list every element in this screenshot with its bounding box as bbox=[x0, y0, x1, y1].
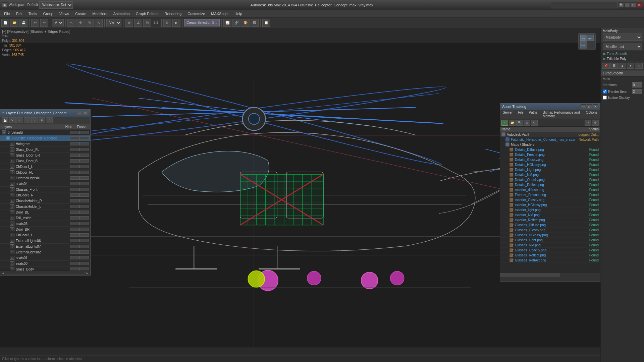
asset-close-btn[interactable]: ✕ bbox=[593, 104, 598, 109]
menu-help[interactable]: Help bbox=[232, 11, 245, 16]
menu-views[interactable]: Views bbox=[57, 11, 72, 16]
view-dropdown[interactable]: View bbox=[106, 19, 121, 26]
layer-row[interactable]: ⬡Chassis_Front bbox=[0, 187, 90, 192]
menu-animation[interactable]: Animation bbox=[111, 11, 132, 16]
menu-create[interactable]: Create bbox=[72, 11, 89, 16]
selection-filter[interactable]: All bbox=[52, 19, 64, 26]
asset-row[interactable]: Glasses_Reflect.pngFound bbox=[500, 253, 600, 258]
asset-menu-file[interactable]: File bbox=[515, 110, 526, 119]
asset-row[interactable]: exterior_light.pngFound bbox=[500, 207, 600, 213]
layer-row[interactable]: ⬡ChDoor1_L bbox=[0, 164, 90, 170]
asset-row[interactable]: exterior_Reflect.pngFound bbox=[500, 218, 600, 223]
tb-scale[interactable]: ⤡ bbox=[95, 19, 103, 27]
layers-save-btn[interactable]: 💾 bbox=[2, 117, 8, 123]
asset-row[interactable]: Details_Diffuse.pngFound bbox=[500, 147, 600, 152]
tb-rotate[interactable]: ↻ bbox=[86, 19, 94, 27]
asset-minimize-btn[interactable]: — bbox=[581, 104, 586, 109]
modifier-editable-poly[interactable]: Editable Poly bbox=[601, 56, 644, 61]
modifier-name-dropdown[interactable]: MainBody bbox=[603, 34, 642, 41]
tb-select[interactable]: ↖ bbox=[67, 19, 75, 27]
create-selection-button[interactable]: Create Selection S... bbox=[184, 19, 220, 26]
at-btn-3[interactable]: 🔍 bbox=[516, 120, 523, 126]
workspace-dropdown[interactable]: Workspace: Default bbox=[39, 1, 73, 9]
tb-move[interactable]: ✛ bbox=[76, 19, 85, 27]
asset-row[interactable]: Details_Fresnel.pngFound bbox=[500, 152, 600, 157]
asset-title-bar[interactable]: Asset Tracking — □ ✕ bbox=[500, 103, 600, 110]
layer-row[interactable]: ⬡Door_BL bbox=[0, 209, 90, 215]
layers-list[interactable]: ≡0 (default)≡Futuristic_Helicopter_Conce… bbox=[0, 130, 90, 270]
asset-row[interactable]: Glasses_NM.pngFound bbox=[500, 243, 600, 248]
asset-row[interactable]: exterior_Glossy.pngFound bbox=[500, 197, 600, 202]
at-btn-2[interactable]: 📂 bbox=[509, 120, 516, 126]
modifier-channel-btn[interactable]: ☰ bbox=[610, 63, 618, 69]
asset-row[interactable]: Futuristic_Helicopter_Concept_max_vray.m… bbox=[500, 137, 600, 142]
layers-help-btn[interactable]: ? bbox=[77, 111, 82, 115]
layer-row[interactable]: ⬡Glass_Door_FL bbox=[0, 147, 90, 153]
layer-row[interactable]: ⬡ChDoor3_R bbox=[0, 192, 90, 198]
layer-row[interactable]: ⬡ChassisHolder_R bbox=[0, 198, 90, 204]
menu-edit[interactable]: Edit bbox=[13, 11, 25, 16]
modifier-move-down-btn[interactable]: ▼ bbox=[627, 63, 635, 69]
navigation-cube[interactable]: Top Right Front bbox=[577, 32, 597, 52]
asset-menu-server[interactable]: Server bbox=[500, 110, 515, 119]
tb-open[interactable]: 📂 bbox=[10, 19, 18, 27]
layer-row[interactable]: ⬡ChDoor_FL bbox=[0, 170, 90, 175]
tb-redo[interactable]: ↪ bbox=[40, 19, 48, 27]
asset-row[interactable]: Glasses_Glossy.pngFound bbox=[500, 228, 600, 233]
layer-row[interactable]: ⬡Door_BR bbox=[0, 227, 90, 232]
layer-row[interactable]: ⬡ExternalLights01 bbox=[0, 175, 90, 181]
asset-menu-bitmap[interactable]: Bitmap Performance and Memory bbox=[540, 110, 583, 119]
asset-row[interactable]: exterior_NM.pngFound bbox=[500, 213, 600, 218]
tb-render-frame[interactable]: 🖼 bbox=[251, 19, 259, 27]
layer-row[interactable]: ⬡ExternalLights07 bbox=[0, 244, 90, 249]
menu-group[interactable]: Group bbox=[40, 11, 56, 16]
tb-undo[interactable]: ↩ bbox=[31, 19, 39, 27]
tb-layers[interactable]: 📋 bbox=[262, 19, 270, 27]
tb-render[interactable]: ▶ bbox=[172, 19, 180, 27]
layer-row[interactable]: ⬡ChassisHolder_L bbox=[0, 204, 90, 209]
asset-row[interactable]: Maps / Shaders bbox=[500, 142, 600, 147]
app-icon[interactable]: ▣ bbox=[2, 2, 7, 8]
at-btn-options[interactable]: ⚙ bbox=[592, 120, 599, 126]
menu-modifiers[interactable]: Modifiers bbox=[90, 11, 110, 16]
tb-save[interactable]: 💾 bbox=[19, 19, 28, 27]
layer-row[interactable]: ⬡seats00 bbox=[0, 261, 90, 266]
asset-row[interactable]: Glasses_Light.pngFound bbox=[500, 238, 600, 243]
layers-add-sel-btn[interactable]: ☆ bbox=[46, 117, 53, 123]
search-input[interactable] bbox=[551, 2, 618, 8]
at-btn-1[interactable]: ✓ bbox=[501, 120, 508, 126]
layers-select-btn[interactable]: ⊕ bbox=[39, 117, 45, 123]
asset-row[interactable]: exterior_HGlossy.pngFound bbox=[500, 202, 600, 207]
asset-row[interactable]: Details_Opacity.pngFound bbox=[500, 177, 600, 182]
layer-row[interactable]: ⬡Hologram bbox=[0, 141, 90, 147]
tb-material-editor[interactable]: 🎨 bbox=[241, 19, 250, 27]
tb-snap[interactable]: ⊕ bbox=[125, 19, 133, 27]
ts-isoline-checkbox[interactable] bbox=[603, 96, 607, 100]
asset-maximize-btn[interactable]: □ bbox=[587, 104, 592, 109]
layer-row[interactable]: ⬡Glass_Door_BR bbox=[0, 153, 90, 158]
asset-row[interactable]: exterior_diffuse.pngFound bbox=[500, 187, 600, 192]
asset-row[interactable]: Glasses_Opacity.pngFound bbox=[500, 248, 600, 253]
layers-undo-btn[interactable]: ✕ bbox=[9, 117, 16, 123]
search-button[interactable]: 🔍 bbox=[619, 2, 624, 8]
asset-scrollbar-horizontal[interactable] bbox=[500, 273, 600, 277]
at-btn-4[interactable]: ⚙ bbox=[524, 120, 530, 126]
modifier-turbosmooth[interactable]: TurboSmooth bbox=[601, 51, 644, 56]
asset-row[interactable]: Glasses_Diffuse.pngFound bbox=[500, 223, 600, 228]
asset-row[interactable]: Glasses_HGlossy.pngFound bbox=[500, 233, 600, 238]
asset-row[interactable]: Exterior_Fresnel.pngFound bbox=[500, 192, 600, 197]
layers-move-up-btn[interactable]: ↑ bbox=[24, 117, 31, 123]
menu-rendering[interactable]: Rendering bbox=[162, 11, 184, 16]
asset-row[interactable]: Glasses_Refract.pngFound bbox=[500, 258, 600, 263]
layers-close-btn[interactable]: ✕ bbox=[83, 111, 88, 115]
layer-row[interactable]: ⬡ExternalLights02 bbox=[0, 249, 90, 255]
menu-graph-editors[interactable]: Graph Editors bbox=[133, 11, 161, 16]
ts-render-checkbox[interactable] bbox=[603, 89, 607, 94]
ts-render-iters-input[interactable] bbox=[632, 89, 642, 94]
asset-row[interactable]: Details_Glossy.pngFound bbox=[500, 157, 600, 162]
asset-menu-options[interactable]: Options bbox=[583, 110, 600, 119]
asset-row[interactable]: Details_NM.pngFound bbox=[500, 172, 600, 177]
layers-new-btn[interactable]: + bbox=[16, 117, 23, 123]
asset-list[interactable]: Autodesk VaultLogged Out...Futuristic_He… bbox=[500, 132, 600, 273]
modifier-move-up-btn[interactable]: ▲ bbox=[619, 63, 626, 69]
